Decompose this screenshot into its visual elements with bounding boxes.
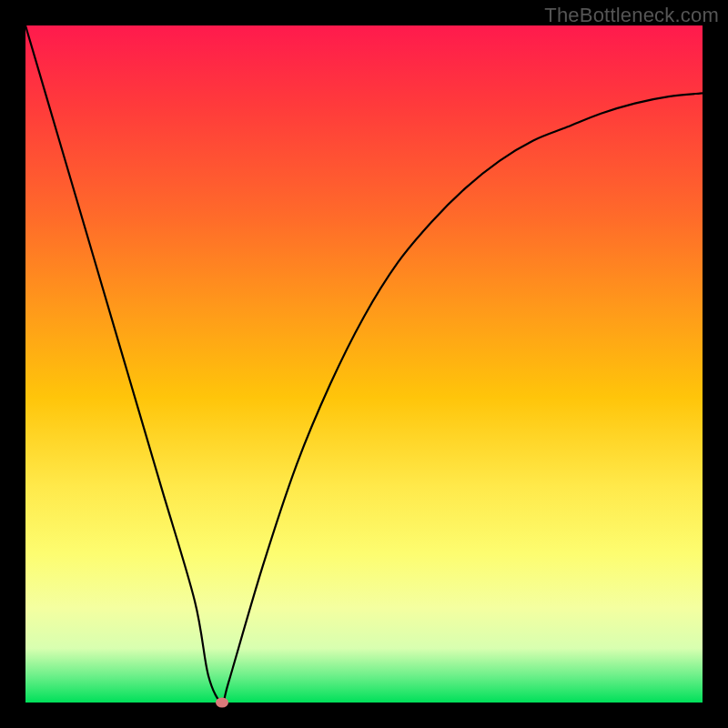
attribution-text: TheBottleneck.com [544,4,719,27]
bottleneck-curve [25,25,703,703]
minimum-marker-icon [216,698,228,708]
plot-area [25,25,703,703]
